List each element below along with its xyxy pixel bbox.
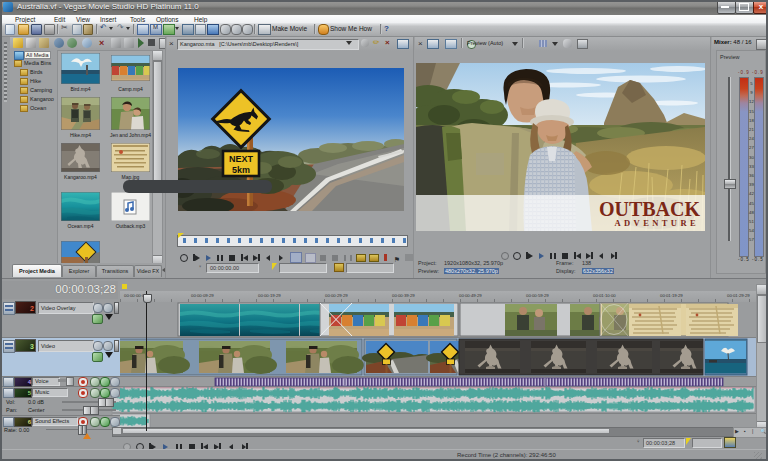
- svg-text:OUTBACK: OUTBACK: [599, 198, 701, 220]
- svg-text:5km: 5km: [232, 165, 250, 175]
- svg-text:NEXT: NEXT: [229, 154, 254, 164]
- svg-text:ADVENTURE: ADVENTURE: [615, 218, 699, 228]
